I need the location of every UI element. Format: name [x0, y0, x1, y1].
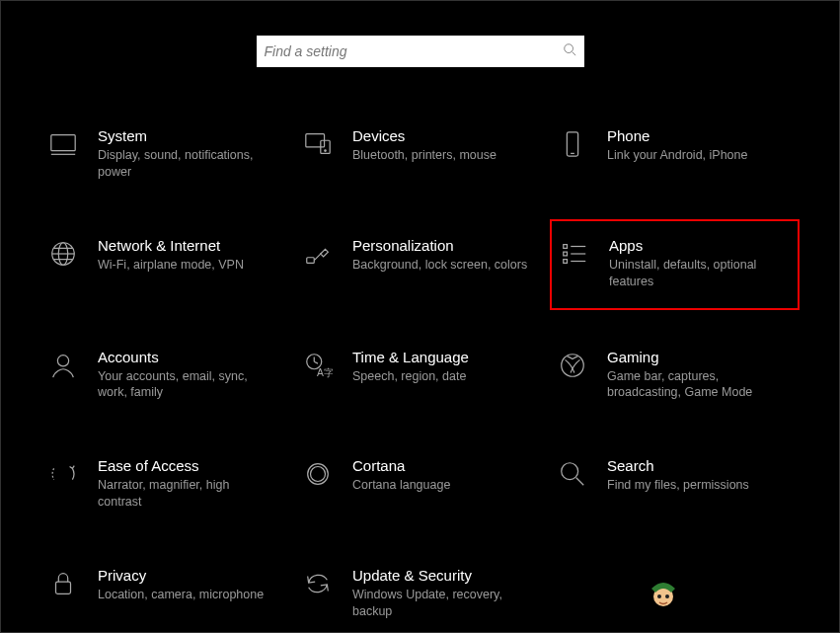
tile-desc: Display, sound, notifications, power	[98, 147, 276, 181]
cortana-icon	[301, 457, 335, 491]
tile-apps[interactable]: Apps Uninstall, defaults, optional featu…	[550, 219, 800, 310]
tile-phone[interactable]: Phone Link your Android, iPhone	[550, 121, 800, 187]
paint-icon	[301, 237, 335, 271]
svg-point-0	[564, 44, 573, 53]
tile-gaming[interactable]: Gaming Game bar, captures, broadcasting,…	[550, 343, 800, 408]
tile-title: Personalization	[352, 237, 531, 254]
accounts-icon	[46, 349, 80, 382]
tile-title: Apps	[609, 237, 784, 254]
svg-point-30	[311, 467, 326, 482]
tile-desc: Link your Android, iPhone	[607, 147, 786, 164]
tile-cortana[interactable]: Cortana Cortana language	[295, 451, 545, 516]
tile-title: System	[98, 127, 276, 144]
tile-title: Privacy	[98, 567, 276, 584]
svg-rect-19	[564, 252, 568, 256]
svg-rect-14	[307, 258, 315, 264]
tile-title: Update & Security	[352, 567, 531, 584]
globe-icon	[46, 237, 80, 271]
tile-title: Time & Language	[352, 349, 531, 365]
tile-title: Accounts	[98, 349, 276, 365]
tile-title: Network & Internet	[98, 237, 276, 254]
tile-update[interactable]: Update & Security Windows Update, recove…	[295, 561, 545, 626]
svg-point-35	[657, 594, 661, 598]
search-box[interactable]	[257, 36, 584, 67]
tile-desc: Narrator, magnifier, high contrast	[98, 477, 276, 511]
svg-point-36	[665, 594, 669, 598]
search-input[interactable]	[265, 43, 563, 59]
tile-devices[interactable]: Devices Bluetooth, printers, mouse	[295, 121, 545, 187]
tile-title: Cortana	[352, 457, 531, 474]
svg-rect-7	[567, 132, 577, 156]
svg-line-32	[576, 478, 584, 486]
svg-marker-16	[321, 249, 329, 257]
tile-desc: Your accounts, email, sync, work, family	[98, 368, 276, 402]
xbox-icon	[556, 349, 589, 382]
svg-text:A字: A字	[317, 367, 333, 378]
svg-line-1	[572, 52, 575, 56]
tile-network[interactable]: Network & Internet Wi-Fi, airplane mode,…	[40, 231, 290, 298]
tile-title: Phone	[607, 127, 786, 144]
tile-desc: Find my files, permissions	[607, 477, 786, 494]
search-area	[1, 1, 839, 67]
tile-privacy[interactable]: Privacy Location, camera, microphone	[40, 561, 290, 626]
tile-desc: Game bar, captures, broadcasting, Game M…	[607, 368, 786, 402]
tile-desc: Location, camera, microphone	[98, 587, 276, 603]
helper-avatar	[646, 575, 681, 610]
lock-icon	[46, 567, 80, 600]
svg-rect-17	[564, 244, 568, 248]
search-icon	[563, 42, 576, 60]
settings-grid: System Display, sound, notifications, po…	[1, 121, 839, 626]
search-category-icon	[556, 457, 589, 491]
svg-point-23	[57, 355, 68, 365]
tile-desc: Uninstall, defaults, optional features	[609, 257, 784, 290]
tile-desc: Wi-Fi, airplane mode, VPN	[98, 257, 276, 274]
ease-icon	[46, 457, 80, 491]
tile-ease-of-access[interactable]: Ease of Access Narrator, magnifier, high…	[40, 451, 290, 516]
tile-title: Ease of Access	[98, 457, 276, 474]
tile-desc: Windows Update, recovery, backup	[352, 587, 531, 620]
tile-desc: Cortana language	[352, 477, 531, 494]
apps-icon	[558, 237, 591, 271]
tile-title: Gaming	[607, 349, 786, 365]
tile-search[interactable]: Search Find my files, permissions	[550, 451, 800, 516]
tile-title: Devices	[352, 127, 531, 144]
tile-title: Search	[607, 457, 786, 474]
tile-accounts[interactable]: Accounts Your accounts, email, sync, wor…	[40, 343, 290, 408]
tile-desc: Bluetooth, printers, mouse	[352, 147, 531, 164]
svg-line-26	[314, 361, 318, 363]
update-icon	[301, 567, 335, 600]
tile-desc: Speech, region, date	[352, 368, 531, 385]
devices-icon	[301, 127, 335, 161]
tile-time[interactable]: A字 Time & Language Speech, region, date	[295, 343, 545, 408]
svg-rect-21	[564, 259, 568, 263]
svg-rect-2	[51, 135, 75, 151]
system-icon	[46, 127, 80, 161]
tile-desc: Background, lock screen, colors	[352, 257, 531, 274]
svg-rect-33	[56, 582, 71, 593]
svg-point-28	[562, 354, 584, 376]
svg-point-31	[562, 463, 578, 480]
svg-point-6	[325, 150, 327, 152]
phone-icon	[556, 127, 589, 161]
tile-personalization[interactable]: Personalization Background, lock screen,…	[295, 231, 545, 298]
time-language-icon: A字	[301, 349, 335, 382]
tile-system[interactable]: System Display, sound, notifications, po…	[40, 121, 290, 187]
